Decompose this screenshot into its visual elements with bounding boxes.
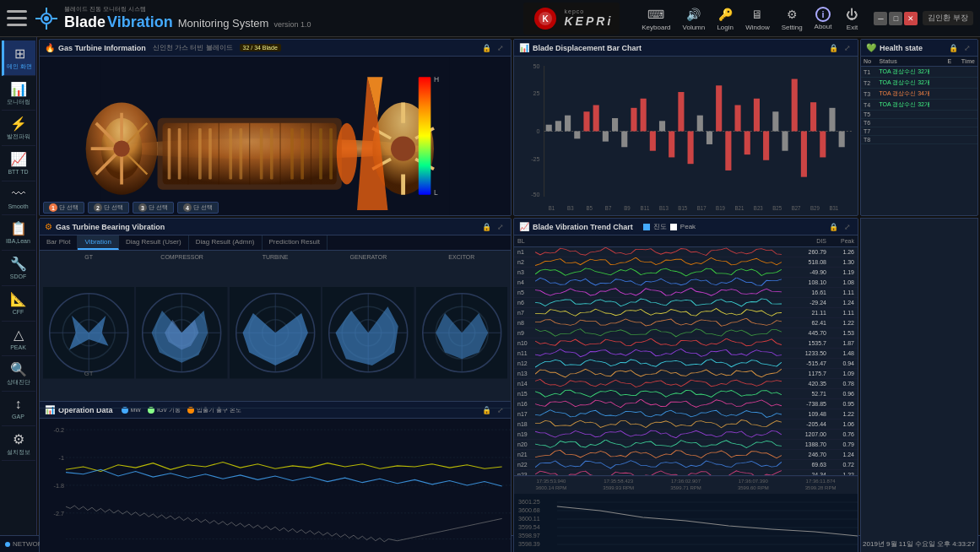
sidebar-item-peak[interactable]: △ PEAK (2, 322, 35, 357)
tab-prediction[interactable]: Prediction Result (263, 235, 328, 250)
sidebar-item-diag[interactable]: 🔍 상태진단 (2, 356, 35, 392)
exit-button[interactable]: ⏻ Exit (838, 4, 865, 33)
setting-button[interactable]: ⚙ Setting (777, 4, 808, 33)
trend-peak-n11: 1.48 (828, 350, 858, 356)
mode-num-2: 2 (94, 203, 102, 212)
blade-trend-expand-icon[interactable]: ⤢ (842, 223, 853, 231)
app-subtitle: 블레이드 진동 모니터링 시스템 Blade Vibration Monitor… (64, 5, 311, 31)
tab-vibration[interactable]: Vibration (78, 235, 118, 250)
login-label: Login (717, 24, 734, 31)
trend-dis-n5: 16.61 (782, 290, 828, 295)
iba-label: IBA,Lean (6, 238, 30, 245)
bearing-turbine: TURBINE (230, 254, 321, 404)
bearing-expand-icon[interactable]: ⤢ (495, 223, 506, 231)
tab-bar-plot[interactable]: Bar Plot (40, 235, 78, 250)
keyboard-button[interactable]: ⌨ Keyboard (636, 4, 675, 33)
title-blade: Blade (64, 14, 106, 31)
hamburger-icon[interactable] (7, 8, 27, 29)
exit-label: Exit (847, 24, 858, 31)
svg-point-42 (391, 137, 415, 161)
blade-disp-lock-icon[interactable]: 🔒 (827, 44, 840, 52)
health-row-status (876, 136, 944, 144)
user-info: 김인환 부장 (923, 11, 973, 25)
sidebar-item-smooth[interactable]: 〰 Smooth (2, 181, 35, 216)
sidebar-item-main[interactable]: ⊞ 메인 화면 (2, 41, 35, 76)
health-row-no: T7 (861, 127, 876, 136)
bearing-compressor-chart (136, 262, 227, 404)
login-button[interactable]: 🔑 Login (712, 4, 739, 33)
mode-btn-4[interactable]: 4 단 선택 (177, 202, 219, 214)
trend-table-header: BL DIS Peak (514, 235, 858, 247)
svg-text:H: H (434, 75, 439, 84)
tab-diag-user[interactable]: Diag Result (User) (119, 235, 189, 250)
time-5: 17:36:11.8743599.28 RPM (805, 479, 837, 492)
trend-dis-n8: 62.41 (782, 320, 828, 326)
app-korean-title: 블레이드 진동 모니터링 시스템 (64, 5, 311, 14)
trend-peak-n9: 1.53 (828, 330, 858, 336)
maximize-button[interactable]: □ (889, 12, 902, 25)
expand-icon[interactable]: ⤢ (495, 44, 506, 52)
blade-disp-expand-icon[interactable]: ⤢ (842, 44, 853, 52)
sidebar-item-gap[interactable]: ↕ GAP (2, 392, 35, 426)
health-row-time (955, 111, 977, 119)
svg-rect-34 (260, 128, 263, 180)
close-button[interactable]: ✕ (904, 12, 918, 25)
bearing-generator-label: GENERATOR (350, 254, 387, 260)
sidebar-item-cff[interactable]: 📐 CFF (2, 286, 35, 322)
mode-num-1: 1 (49, 203, 57, 212)
volume-button[interactable]: 🔊 Volumn (678, 4, 711, 33)
mode-btn-1[interactable]: 1 단 선택 (43, 202, 84, 214)
svg-rect-85 (792, 79, 798, 132)
sidebar-item-install[interactable]: ⚙ 설치정보 (2, 426, 35, 462)
trend-chart-n17 (535, 409, 782, 419)
title-version: version 1.0 (273, 20, 311, 29)
trend-peak-n18: 1.06 (828, 421, 858, 427)
minimize-button[interactable]: ─ (874, 12, 887, 25)
health-row-time (955, 119, 977, 127)
svg-text:B3: B3 (567, 205, 574, 211)
trend-chart-n5 (535, 288, 782, 298)
svg-rect-76 (707, 131, 712, 143)
trend-bl-n10: n10 (514, 340, 535, 346)
svg-text:B9: B9 (624, 205, 631, 211)
gas-turbine-title: Gas Turbine Information (58, 44, 146, 52)
blade-trend-panel: 📈 Blade Vibration Trend Chart 진도 Peak 🔒 … (513, 218, 858, 552)
health-row-no: T8 (861, 136, 876, 144)
trend-data-row: n11 1233.50 1.48 (514, 349, 858, 359)
bearing-excitor: EXCITOR (416, 254, 507, 404)
monitor-label: 모니터링 (7, 99, 30, 106)
mode-btn-3[interactable]: 3 단 선택 (133, 202, 174, 214)
blade-trend-lock-icon[interactable]: 🔒 (827, 223, 840, 231)
mode-btn-2[interactable]: 2 단 선택 (88, 202, 129, 214)
svg-rect-73 (678, 92, 684, 131)
svg-rect-77 (716, 85, 722, 131)
bearing-icon: ⚙ (45, 222, 52, 231)
sidebar-item-iba[interactable]: 📋 IBA,Lean (2, 215, 35, 251)
sidebar-item-sdof[interactable]: 🔧 SDOF (2, 251, 35, 286)
trend-chart-n7 (535, 308, 782, 318)
trend-peak-n12: 0.94 (828, 360, 858, 366)
trend-peak-n16: 0.95 (828, 401, 858, 407)
trend-peak-n22: 0.72 (828, 462, 858, 468)
health-expand-icon[interactable]: ⤢ (962, 44, 972, 52)
health-row-e (944, 136, 955, 144)
svg-text:B17: B17 (697, 205, 707, 211)
health-row-e (944, 119, 955, 127)
health-lock-icon[interactable]: 🔒 (947, 44, 960, 52)
kepri-logo: K kepco KEPRi (523, 3, 620, 35)
window-button[interactable]: 🖥 Window (740, 4, 774, 33)
trend-bl-n17: n17 (514, 411, 535, 417)
blade-trend-title: Blade Vibration Trend Chart (533, 223, 633, 231)
about-button[interactable]: i About (809, 5, 837, 32)
trend-bl-n22: n22 (514, 462, 535, 468)
sidebar-item-power[interactable]: ⚡ 발전파워 (2, 111, 35, 146)
trend-peak-n3: 1.19 (828, 269, 858, 275)
sidebar-item-monitor[interactable]: 📊 모니터링 (2, 76, 35, 111)
bearing-lock-icon[interactable]: 🔒 (480, 223, 493, 231)
tab-diag-admin[interactable]: Diag Result (Admn) (189, 235, 263, 250)
trend-dis-n4: 108.10 (782, 279, 828, 285)
health-table-row: T8 (861, 136, 977, 144)
turbine-mode-buttons: 1 단 선택 2 단 선택 3 단 선택 4 단 (43, 202, 219, 214)
lock-icon[interactable]: 🔒 (480, 44, 493, 52)
sidebar-item-btt[interactable]: 📈 BTT TD (2, 146, 35, 181)
